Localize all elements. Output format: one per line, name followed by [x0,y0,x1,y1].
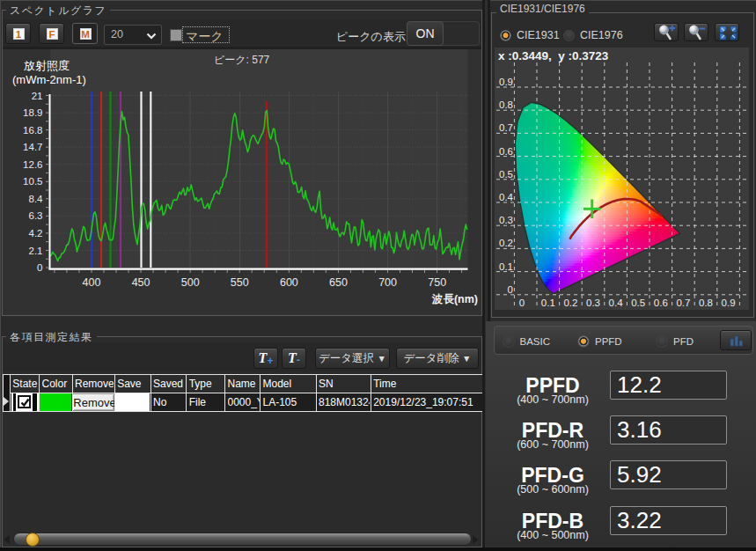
svg-text:0: 0 [519,298,525,308]
svg-text:10.5: 10.5 [23,176,42,187]
svg-text:0.9: 0.9 [499,77,513,87]
svg-text:0.4: 0.4 [609,298,624,308]
svg-text:0.1: 0.1 [541,298,555,308]
svg-text:750: 750 [428,276,446,289]
svg-text:波長(nm): 波長(nm) [431,293,478,305]
svg-text:0.5: 0.5 [631,298,645,308]
svg-text:14.7: 14.7 [23,142,42,152]
svg-text:(mWm-2nm-1): (mWm-2nm-1) [12,73,86,86]
svg-text:0.1: 0.1 [499,261,513,272]
svg-text:0.3: 0.3 [586,298,600,308]
svg-text:18.9: 18.9 [23,107,42,118]
svg-text:450: 450 [132,276,150,289]
svg-text:8.4: 8.4 [29,194,44,204]
svg-text:0.8: 0.8 [499,99,513,110]
svg-text:12.6: 12.6 [23,159,42,170]
svg-text:0.3: 0.3 [499,215,513,225]
svg-text:0.7: 0.7 [676,298,690,308]
svg-text:2.1: 2.1 [29,246,43,256]
svg-text:0: 0 [37,262,42,273]
svg-text:400: 400 [83,276,101,289]
svg-text:21: 21 [32,91,43,101]
svg-text:放射照度: 放射照度 [24,59,70,72]
svg-text:0.2: 0.2 [499,238,513,248]
svg-text:0.9: 0.9 [722,298,736,308]
svg-text:0.4: 0.4 [499,192,514,202]
svg-text:0.6: 0.6 [654,298,668,308]
svg-text:650: 650 [329,276,348,289]
svg-text:0.5: 0.5 [499,169,513,180]
svg-text:0.6: 0.6 [499,146,513,157]
svg-text:600: 600 [280,276,298,289]
svg-text:0.8: 0.8 [699,298,713,308]
svg-text:16.8: 16.8 [23,125,42,136]
svg-text:0.2: 0.2 [563,298,577,308]
svg-text:700: 700 [378,276,397,289]
svg-text:500: 500 [181,276,200,289]
svg-text:550: 550 [231,276,249,289]
svg-text:0.7: 0.7 [499,122,513,133]
svg-text:4.2: 4.2 [29,228,43,239]
svg-text:6.3: 6.3 [29,210,43,221]
svg-text:ピーク: 577: ピーク: 577 [214,54,270,66]
svg-text:0: 0 [508,284,513,295]
